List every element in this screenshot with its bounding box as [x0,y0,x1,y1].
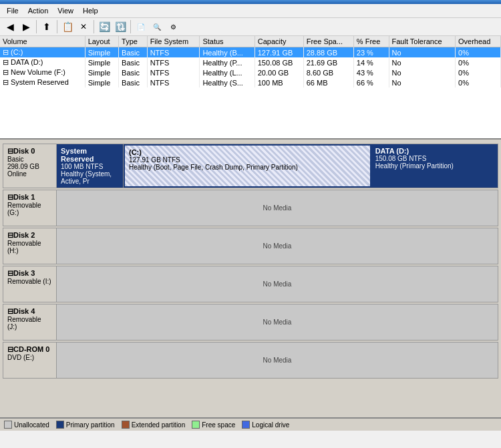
toolbar-new[interactable]: 📄 [134,19,148,34]
partition-data-size: 150.08 GB NTFS [375,155,494,162]
col-filesystem[interactable]: File System [147,36,200,47]
partition-disk4-nomedia: No Media [57,304,498,340]
disk-4-nomedia-text: No Media [263,318,292,326]
volume-table-area: Volume Layout Type File System Status Ca… [0,36,501,140]
toolbar-delete[interactable]: ✕ [76,19,91,34]
col-status[interactable]: Status [200,36,255,47]
toolbar-forward[interactable]: ▶ [19,19,33,34]
partition-data-drive[interactable]: DATA (D:) 150.08 GB NTFS Healthy (Primar… [371,144,498,188]
disk-3-nomedia-text: No Media [263,280,292,288]
disk-row-cdrom: ⊟CD-ROM 0 DVD (E:) No Media [3,342,498,379]
col-capacity[interactable]: Capacity [255,36,303,47]
toolbar-settings[interactable]: ⚙ [166,19,180,34]
legend-logical-label: Logical drive [252,421,289,429]
col-overhead[interactable]: Overhead [456,36,501,47]
legend-unalloc-label: Unallocated [14,421,49,429]
disk-2-name: ⊟Disk 2 [7,231,52,240]
toolbar-format[interactable]: 🔍 [150,19,164,34]
disk-0-partitions: System Reserved 100 MB NTFS Healthy (Sys… [56,144,498,188]
table-cell: Healthy (B... [200,47,255,58]
legend-unalloc-box [4,421,12,429]
disk-1-nomedia-text: No Media [263,204,292,212]
table-cell: Simple [85,77,118,87]
table-cell: 100 MB [255,77,303,87]
disk-1-label: ⊟Disk 1 Removable (G:) [3,190,56,226]
table-cell: 8.60 GB [303,67,353,77]
table-cell: Simple [85,67,118,77]
table-cell: 28.88 GB [303,47,353,58]
disk-row-2: ⊟Disk 2 Removable (H:) No Media [3,228,498,264]
partition-system-reserved[interactable]: System Reserved 100 MB NTFS Healthy (Sys… [57,144,124,188]
table-row[interactable]: ⊟DATA (D:)SimpleBasicNTFSHealthy (P...15… [0,57,501,67]
disk-1-partitions: No Media [56,190,498,226]
disk-0-size: 298.09 GB [7,163,52,170]
disk-visual-area: ⊟Disk 0 Basic 298.09 GB Online System Re… [0,140,501,417]
table-cell: 127.91 GB [255,47,303,58]
partition-data-name: DATA (D:) [375,147,494,155]
disk-4-name: ⊟Disk 4 [7,307,52,316]
disk-3-name: ⊟Disk 3 [7,269,52,278]
col-faulttolerance[interactable]: Fault Tolerance [389,36,456,47]
col-layout[interactable]: Layout [85,36,118,47]
legend-primary: Primary partition [56,421,115,429]
partition-c-name: (C:) [129,148,366,156]
table-cell: Healthy (S... [200,77,255,87]
table-cell: No [389,47,456,58]
table-cell: Basic [119,77,148,87]
partition-disk3-nomedia: No Media [57,266,498,302]
table-cell: 23 % [353,47,389,58]
disk-row-0: ⊟Disk 0 Basic 298.09 GB Online System Re… [3,144,498,188]
disk-2-partitions: No Media [56,228,498,264]
toolbar-rescan[interactable]: 🔃 [113,19,128,34]
disk-0-status: Online [7,170,52,178]
toolbar-sep-4 [130,20,131,33]
table-cell: ⊟DATA (D:) [0,57,85,67]
table-cell: 0% [456,67,501,77]
menu-bar: File Action View Help [0,4,501,18]
table-cell: NTFS [147,57,200,67]
col-volume[interactable]: Volume [0,36,85,47]
toolbar-refresh[interactable]: 🔄 [97,19,112,34]
legend-logical-box [242,421,250,429]
toolbar-properties[interactable]: 📋 [60,19,75,34]
table-row[interactable]: ⊟New Volume (F:)SimpleBasicNTFSHealthy (… [0,67,501,77]
legend-primary-label: Primary partition [66,421,115,429]
table-cell: Simple [85,47,118,58]
toolbar-back[interactable]: ◀ [3,19,17,34]
legend-logical: Logical drive [242,421,289,429]
partition-sysres-size: 100 MB NTFS [61,163,119,170]
disk-4-partitions: No Media [56,304,498,341]
table-cell: 20.00 GB [255,67,303,77]
partition-c-drive[interactable]: (C:) 127.91 GB NTFS Healthy (Boot, Page … [124,144,371,188]
table-cell: 43 % [353,67,389,77]
main-area: Volume Layout Type File System Status Ca… [0,36,501,431]
table-cell: 150.08 GB [255,57,303,67]
menu-help[interactable]: Help [79,5,102,16]
partition-data-status: Healthy (Primary Partition) [375,162,494,170]
col-type[interactable]: Type [119,36,148,47]
table-row[interactable]: ⊟System ReservedSimpleBasicNTFSHealthy (… [0,77,501,87]
menu-file[interactable]: File [3,5,23,16]
col-percentfree[interactable]: % Free [353,36,389,47]
table-cell: No [389,57,456,67]
disk-row-1: ⊟Disk 1 Removable (G:) No Media [3,190,498,226]
disk-2-label: ⊟Disk 2 Removable (H:) [3,228,56,264]
menu-action[interactable]: Action [24,5,53,16]
disk-cdrom-label: ⊟CD-ROM 0 DVD (E:) [3,342,56,379]
disk-row-3: ⊟Disk 3 Removable (I:) No Media [3,266,498,302]
table-cell: NTFS [147,67,200,77]
table-header-row: Volume Layout Type File System Status Ca… [0,36,501,47]
toolbar: ◀ ▶ ⬆ 📋 ✕ 🔄 🔃 📄 🔍 ⚙ [0,18,501,36]
toolbar-sep-3 [94,20,94,33]
col-freespace[interactable]: Free Spa... [303,36,353,47]
toolbar-sep-1 [36,20,37,33]
table-cell: Healthy (P... [200,57,255,67]
partition-disk1-nomedia: No Media [57,190,498,226]
table-row[interactable]: ⊟(C:)SimpleBasicNTFSHealthy (B...127.91 … [0,47,501,58]
partition-sysres-status: Healthy (System, Active, Pr [61,170,119,185]
table-cell: Simple [85,57,118,67]
menu-view[interactable]: View [53,5,77,16]
toolbar-up[interactable]: ⬆ [39,19,54,34]
disk-4-type: Removable (J:) [7,316,52,330]
disk-0-name: ⊟Disk 0 [7,147,52,156]
